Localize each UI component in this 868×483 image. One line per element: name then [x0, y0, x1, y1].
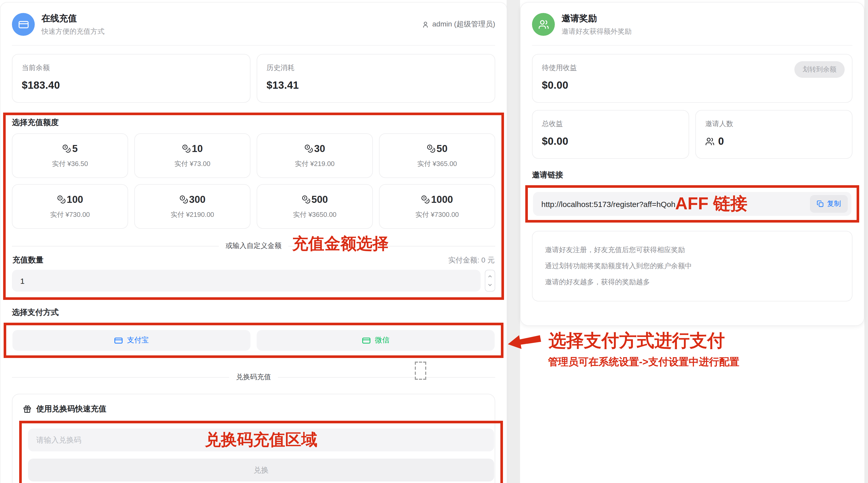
coins-icon — [182, 144, 191, 153]
invite-tip-line: 通过划转功能将奖励额度转入到您的账户余额中 — [545, 262, 839, 271]
amount-option-card[interactable]: 300 实付 ¥2190.00 — [134, 184, 250, 229]
chevron-up-icon[interactable] — [487, 274, 493, 279]
quantity-input[interactable] — [12, 270, 480, 292]
amount-option-top: 10 — [182, 143, 203, 154]
annotation-redeem-area: 兑换码充值区域 — [205, 429, 317, 451]
payment-methods-row: 支付宝 微信 — [12, 330, 495, 351]
pending-earnings-card: 待使用收益 $0.00 划转到余额 — [532, 54, 852, 103]
copy-link-button[interactable]: 复制 — [810, 195, 848, 213]
amount-option-value: 300 — [189, 194, 205, 205]
amount-option-top: 300 — [179, 194, 205, 205]
invite-tips-card: 邀请好友注册，好友充值后您可获得相应奖励 通过划转功能将奖励额度转入到您的账户余… — [532, 231, 852, 301]
transfer-to-balance-button[interactable]: 划转到余额 — [794, 61, 845, 78]
amount-option-card[interactable]: 1000 实付 ¥7300.00 — [379, 184, 495, 229]
amount-option-pay: 实付 ¥2190.00 — [170, 210, 214, 219]
annotation-box-redeem: 兑换码充值区域 兑换 — [19, 421, 503, 483]
amount-options-grid: 5 实付 ¥36.50 10 实付 ¥73.00 — [12, 133, 495, 229]
total-earnings-card: 总收益 $0.00 — [532, 110, 689, 159]
amount-option-pay: 实付 ¥365.00 — [417, 159, 457, 168]
wechat-card-icon — [362, 336, 371, 345]
users-icon-circle — [532, 13, 555, 36]
amount-option-top: 500 — [302, 194, 328, 205]
redeem-card-title: 使用兑换码快速充值 — [36, 404, 106, 414]
alipay-card-icon — [114, 336, 123, 345]
amount-option-card[interactable]: 100 实付 ¥730.00 — [12, 184, 128, 229]
invite-title: 邀请奖励 — [562, 12, 631, 24]
recharge-panel: 在线充值 快速方便的充值方式 admin (超级管理员) 当前余额 $183.4… — [0, 2, 507, 483]
balance-value: $183.40 — [22, 79, 241, 91]
invite-header-divider — [532, 45, 852, 46]
amount-option-top: 100 — [57, 194, 83, 205]
alipay-button[interactable]: 支付宝 — [12, 330, 250, 351]
wechat-button[interactable]: 微信 — [257, 330, 495, 351]
annotation-box-aff-link: AFF 链接 复制 — [525, 185, 859, 222]
amount-option-value: 10 — [192, 143, 203, 154]
amount-option-card[interactable]: 10 实付 ¥73.00 — [134, 133, 250, 178]
amount-option-pay: 实付 ¥3650.00 — [293, 210, 337, 219]
quantity-label: 充值数量 — [12, 255, 43, 265]
recharge-header-titles: 在线充值 快速方便的充值方式 — [41, 12, 104, 36]
gift-icon — [23, 405, 32, 414]
user-icon — [421, 21, 429, 28]
amount-option-pay: 实付 ¥36.50 — [52, 159, 88, 168]
invite-count-label: 邀请人数 — [705, 119, 843, 129]
quantity-row: 充值数量 实付金额: 0 元 — [12, 255, 495, 265]
balance-card: 当前余额 $183.40 — [12, 54, 250, 103]
amount-option-value: 100 — [67, 194, 83, 205]
amount-option-value: 500 — [311, 194, 328, 205]
redeem-card: 使用兑换码快速充值 兑换码充值区域 兑换 — [12, 394, 495, 483]
amount-option-pay: 实付 ¥73.00 — [175, 159, 211, 168]
amount-option-value: 30 — [314, 143, 325, 154]
page-title: 在线充值 — [41, 12, 104, 24]
amount-option-top: 5 — [62, 143, 78, 154]
redeem-divider-label: 兑换码充值 — [229, 373, 278, 381]
invite-link-input-wrap: AFF 链接 复制 — [533, 192, 851, 216]
annotation-box-amount-selection: 选择充值额度 5 实付 ¥36.50 10 — [3, 113, 504, 300]
amount-option-card[interactable]: 500 实付 ¥3650.00 — [257, 184, 373, 229]
redeem-input-wrap: 兑换码充值区域 — [28, 428, 494, 451]
coins-icon — [302, 195, 310, 204]
balance-label: 历史消耗 — [267, 63, 485, 72]
payment-section-label: 选择支付方式 — [12, 308, 495, 318]
header-divider — [12, 45, 495, 46]
annotation-payment-subtitle: 管理员可在系统设置->支付设置中进行配置 — [548, 355, 739, 369]
invite-panel-header: 邀请奖励 邀请好友获得额外奖励 — [532, 3, 852, 45]
balance-card: 历史消耗 $13.41 — [257, 54, 495, 103]
current-user-badge: admin (超级管理员) — [421, 20, 495, 29]
custom-amount-divider: 或输入自定义金额 充值金额选择 — [12, 241, 495, 250]
amount-section-label: 选择充值额度 — [12, 118, 495, 128]
invite-subtitle: 邀请好友获得额外奖励 — [562, 27, 631, 36]
chevron-down-icon[interactable] — [487, 282, 493, 288]
alipay-label: 支付宝 — [127, 336, 149, 345]
invite-panel: 邀请奖励 邀请好友获得额外奖励 待使用收益 $0.00 划转到余额 总收益 $0… — [520, 2, 864, 326]
annotation-box-payment: 支付宝 微信 — [4, 323, 503, 358]
invite-count-value: 0 — [718, 135, 724, 147]
amount-option-top: 50 — [427, 143, 447, 154]
balance-cards: 当前余额 $183.40 历史消耗 $13.41 — [12, 54, 495, 103]
panel-gutter — [506, 0, 520, 483]
amount-option-value: 1000 — [431, 194, 453, 205]
amount-option-pay: 实付 ¥7300.00 — [415, 210, 459, 219]
amount-option-card[interactable]: 30 实付 ¥219.00 — [257, 133, 373, 178]
balance-label: 当前余额 — [22, 63, 241, 72]
coins-icon — [421, 195, 430, 204]
amount-option-card[interactable]: 5 实付 ¥36.50 — [12, 133, 128, 178]
quantity-stepper[interactable] — [485, 270, 495, 292]
annotation-aff-link: AFF 链接 — [675, 192, 747, 216]
invite-tip-line: 邀请的好友越多，获得的奖励越多 — [545, 277, 839, 287]
recharge-panel-header: 在线充值 快速方便的充值方式 admin (超级管理员) — [12, 3, 495, 45]
invite-count-card: 邀请人数 0 — [695, 110, 852, 159]
amount-option-top: 30 — [304, 143, 325, 154]
coins-icon — [427, 144, 436, 153]
redeem-card-header: 使用兑换码快速充值 — [23, 404, 484, 414]
copy-icon — [817, 200, 824, 208]
total-earnings-label: 总收益 — [542, 119, 679, 129]
dashed-placeholder-box — [415, 362, 426, 380]
amount-option-card[interactable]: 50 实付 ¥365.00 — [379, 133, 495, 178]
users-small-icon — [705, 137, 715, 146]
quantity-input-row — [12, 270, 495, 292]
redeem-button[interactable]: 兑换 — [28, 459, 494, 481]
custom-amount-divider-label: 或输入自定义金额 — [219, 242, 288, 249]
pay-amount-text: 实付金额: 0 元 — [448, 256, 495, 265]
amount-option-value: 50 — [437, 143, 447, 154]
